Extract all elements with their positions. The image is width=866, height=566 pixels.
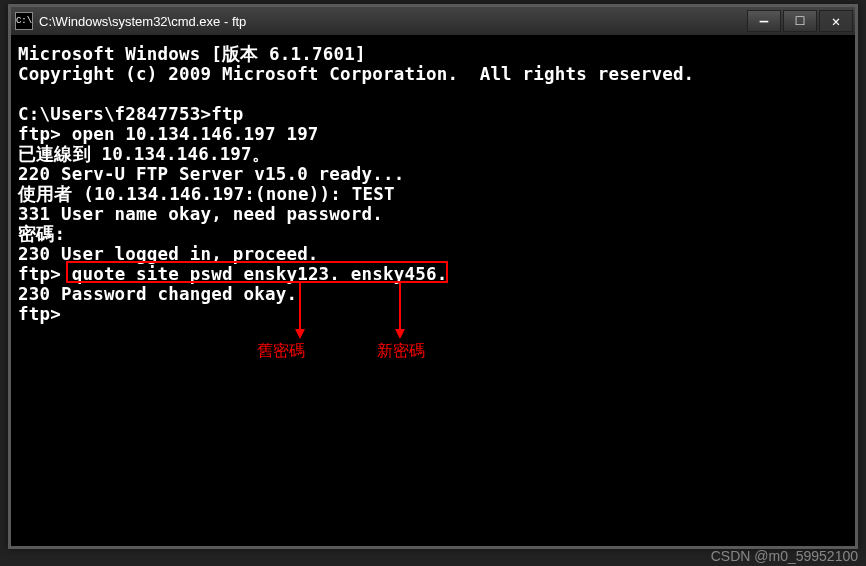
terminal-command: quote site pswd ensky123. ensky456.	[72, 264, 448, 284]
window-controls: — □ ✕	[745, 10, 853, 32]
terminal-line: Copyright (c) 2009 Microsoft Corporation…	[18, 64, 694, 84]
label-old-password: 舊密碼	[257, 341, 305, 362]
close-button[interactable]: ✕	[819, 10, 853, 32]
maximize-button[interactable]: □	[783, 10, 817, 32]
terminal-line: ftp> open 10.134.146.197 197	[18, 124, 319, 144]
terminal-line: 331 User name okay, need password.	[18, 204, 383, 224]
terminal-line: Microsoft Windows [版本 6.1.7601]	[18, 44, 366, 64]
minimize-button[interactable]: —	[747, 10, 781, 32]
terminal-area[interactable]: Microsoft Windows [版本 6.1.7601] Copyrigh…	[14, 38, 852, 543]
terminal-line: 使用者 (10.134.146.197:(none)): TEST	[18, 184, 395, 204]
terminal-line: 230 Password changed okay.	[18, 284, 297, 304]
cmd-icon: C:\	[15, 12, 33, 30]
terminal-prompt: ftp>	[18, 264, 72, 284]
terminal-line: ftp>	[18, 304, 61, 324]
label-new-password: 新密碼	[377, 341, 425, 362]
cmd-window: C:\ C:\Windows\system32\cmd.exe - ftp — …	[8, 4, 858, 549]
terminal-line: 220 Serv-U FTP Server v15.0 ready...	[18, 164, 405, 184]
window-title: C:\Windows\system32\cmd.exe - ftp	[39, 14, 745, 29]
terminal-line: 密碼:	[18, 224, 65, 244]
terminal-line: 已連線到 10.134.146.197。	[18, 144, 270, 164]
titlebar[interactable]: C:\ C:\Windows\system32\cmd.exe - ftp — …	[11, 7, 855, 35]
terminal-line: C:\Users\f2847753>ftp	[18, 104, 243, 124]
terminal-line: 230 User logged in, proceed.	[18, 244, 319, 264]
watermark: CSDN @m0_59952100	[711, 548, 858, 564]
